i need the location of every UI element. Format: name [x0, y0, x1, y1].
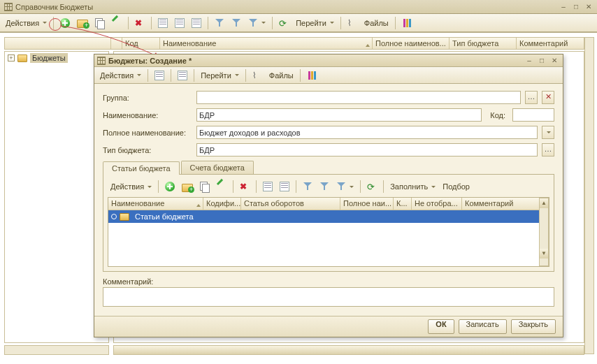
- dialog-close-button[interactable]: ✕: [549, 56, 560, 66]
- inner-fill-menu[interactable]: Заполнить: [387, 180, 438, 194]
- dlg-files-button[interactable]: Файлы: [266, 68, 296, 82]
- col-comment[interactable]: Комментарий: [517, 38, 584, 49]
- sheet-icon: [158, 18, 168, 28]
- refresh-button[interactable]: ⟳: [276, 16, 292, 30]
- filter-by-button[interactable]: [229, 16, 244, 30]
- dlg-attach-button[interactable]: ⌇: [250, 68, 265, 82]
- main-toolbar: Действия ✖ ⟳ Перейти ⌇ Файлы: [0, 14, 597, 32]
- hierarchy-button[interactable]: [172, 16, 187, 30]
- type-field[interactable]: [196, 143, 538, 156]
- dlg-save-button[interactable]: [152, 68, 167, 82]
- comment-field[interactable]: [103, 287, 554, 307]
- inner-vscrollbar[interactable]: ▲ ▼: [539, 198, 549, 266]
- files-label: Файлы: [364, 19, 389, 27]
- delete-button[interactable]: ✖: [132, 16, 148, 30]
- inner-add-group-button[interactable]: [179, 180, 196, 194]
- folder-plus-icon: [77, 18, 88, 27]
- dialog-maximize-button[interactable]: □: [536, 56, 547, 66]
- add-button[interactable]: [57, 16, 73, 30]
- folder-plus-icon: [182, 182, 193, 191]
- inner-delete-button[interactable]: ✖: [237, 180, 252, 194]
- filter-button[interactable]: [212, 16, 227, 30]
- fullname-dropdown-button[interactable]: [542, 126, 554, 139]
- chevron-down-icon: [547, 131, 551, 136]
- expand-toggle[interactable]: +: [8, 54, 15, 61]
- actions-menu[interactable]: Действия: [3, 16, 50, 30]
- icol-full[interactable]: Полное наи...: [340, 198, 394, 210]
- icol-k[interactable]: К...: [394, 198, 412, 210]
- type-picker-button[interactable]: …: [542, 143, 554, 156]
- inner-moveto-button[interactable]: [260, 180, 275, 194]
- attach-button[interactable]: ⌇: [345, 16, 360, 30]
- goto-menu[interactable]: Перейти: [293, 16, 337, 30]
- copy-button[interactable]: [92, 16, 108, 30]
- create-dialog: Бюджеты: Создание * – □ ✕ Действия Перей…: [94, 54, 563, 337]
- col-name[interactable]: Наименование: [160, 38, 373, 49]
- inner-filter-button[interactable]: [300, 180, 315, 194]
- dlg-actions-menu[interactable]: Действия: [97, 68, 144, 82]
- name-field[interactable]: [196, 108, 482, 122]
- level-up-button[interactable]: [189, 16, 204, 30]
- icol-codifier[interactable]: Кодифи...: [203, 198, 241, 210]
- save-button[interactable]: Записать: [459, 319, 507, 334]
- group-field[interactable]: [196, 91, 521, 104]
- inner-add-button[interactable]: [162, 180, 178, 194]
- col-code[interactable]: Код: [122, 38, 160, 49]
- close-button[interactable]: ✕: [583, 2, 594, 12]
- dlg-reread-button[interactable]: [175, 68, 190, 82]
- inner-filter-clear-button[interactable]: [333, 180, 357, 194]
- inner-pick-button[interactable]: Подбор: [440, 180, 473, 194]
- inner-edit-button[interactable]: [214, 180, 229, 194]
- dialog-minimize-button[interactable]: –: [524, 56, 535, 66]
- scroll-down-button[interactable]: ▼: [540, 249, 548, 259]
- chevron-down-icon: [148, 186, 152, 190]
- paperclip-icon: ⌇: [252, 71, 262, 80]
- tree-root-row[interactable]: + Бюджеты: [5, 52, 108, 64]
- inner-actions-menu[interactable]: Действия: [108, 180, 154, 194]
- inner-filter-by-button[interactable]: [317, 180, 332, 194]
- refresh-icon: ⟳: [279, 18, 289, 28]
- icol-comment[interactable]: Комментарий: [462, 198, 549, 210]
- moveto-button[interactable]: [155, 16, 171, 30]
- icol-name[interactable]: Наименование: [108, 198, 203, 210]
- inner-refresh-button[interactable]: ⟳: [364, 180, 380, 194]
- ok-button[interactable]: ОК: [428, 319, 454, 334]
- col-tree[interactable]: [5, 38, 111, 49]
- chevron-down-icon: [261, 22, 266, 26]
- col-fullname[interactable]: Полное наименов...: [373, 38, 449, 49]
- edit-button[interactable]: [109, 16, 124, 30]
- inner-copy-button[interactable]: [197, 180, 213, 194]
- close-dialog-button[interactable]: Закрыть: [511, 319, 556, 334]
- main-titlebar: Справочник Бюджеты – □ ✕: [0, 0, 597, 14]
- filter-clear-button[interactable]: [245, 16, 268, 30]
- level-up-icon: [192, 18, 201, 28]
- inner-hier-button[interactable]: [277, 180, 292, 194]
- files-button[interactable]: Файлы: [361, 16, 391, 30]
- icol-turnover[interactable]: Статья оборотов: [241, 198, 340, 210]
- paperclip-icon: ⌇: [347, 18, 357, 28]
- tab-accounts[interactable]: Счета бюджета: [181, 161, 254, 174]
- dlg-goto-menu[interactable]: Перейти: [198, 68, 242, 82]
- inner-grid-row[interactable]: Статьи бюджета: [108, 210, 549, 223]
- col-type[interactable]: Тип бюджета: [449, 38, 517, 49]
- add-group-button[interactable]: [74, 16, 91, 30]
- dlg-books-button[interactable]: [304, 68, 319, 82]
- code-field[interactable]: [512, 108, 554, 122]
- tree-hscrollbar[interactable]: [4, 345, 109, 355]
- books-button[interactable]: [399, 16, 415, 30]
- grid-hscrollbar[interactable]: [113, 345, 584, 355]
- fullname-field[interactable]: [196, 126, 538, 139]
- chevron-down-icon: [235, 74, 239, 78]
- tab-articles[interactable]: Статьи бюджета: [103, 161, 180, 175]
- copy-icon: [200, 182, 210, 191]
- goto-label: Перейти: [296, 19, 326, 27]
- group-picker-button[interactable]: …: [525, 91, 538, 104]
- maximize-button[interactable]: □: [570, 2, 582, 12]
- vertical-scrollbar[interactable]: [584, 37, 594, 354]
- dialog-toolbar: Действия Перейти ⌇ Файлы: [94, 67, 563, 84]
- group-clear-button[interactable]: ✕: [542, 91, 554, 104]
- col-marker[interactable]: [111, 38, 122, 49]
- minimize-button[interactable]: –: [558, 2, 569, 12]
- icol-noshow[interactable]: Не отобра...: [412, 198, 462, 210]
- scroll-up-button[interactable]: ▲: [540, 198, 548, 208]
